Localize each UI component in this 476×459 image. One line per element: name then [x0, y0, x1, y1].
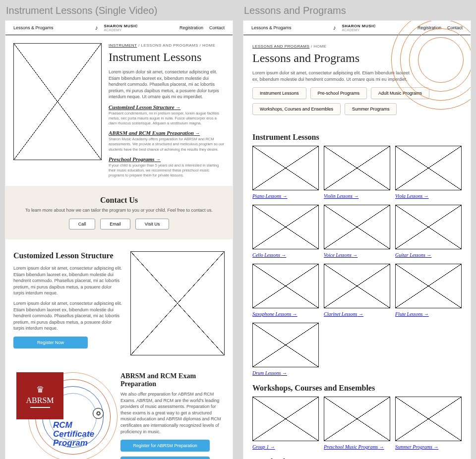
- rcm-text: RCMCertificateProgram: [53, 421, 94, 448]
- brand-logo[interactable]: SHARON MUSICACADEMY: [333, 24, 376, 32]
- breadcrumb: INSTRUMENT / LESSONS AND PROGRAMS / HOME: [109, 43, 225, 48]
- card-violin-lessons: Violin Lessons: [324, 146, 390, 200]
- card-clarinet-lessons: Clarinet Lessons: [324, 264, 390, 318]
- card-link-group-1[interactable]: Group 1: [252, 444, 275, 450]
- card-link-piano-lessons[interactable]: Piano Lessons: [252, 193, 288, 199]
- nav-lessons-link[interactable]: Lessons & Progams: [13, 25, 54, 30]
- custom-image-placeholder: [130, 251, 225, 355]
- abrsm-title: ABRSM and RCM Exam Preparation: [120, 372, 225, 388]
- crumb-lessons-programs[interactable]: LESSONS AND PROGRAMS: [252, 44, 309, 49]
- card-voice-lessons: Voice Lessons: [324, 205, 390, 259]
- page-instrument-lessons: Lessons & Progams SHARON MUSICACADEMY Re…: [5, 20, 233, 459]
- top-nav: Lessons & Progams SHARON MUSICACADEMY Re…: [243, 21, 471, 35]
- hero-image-placeholder: [13, 43, 102, 160]
- abrsm-body: We also offer preparation for ABRSM and …: [120, 391, 225, 435]
- card-summer-programs: Summer Programs: [395, 397, 462, 451]
- card-image-placeholder: [324, 397, 390, 441]
- card-link-cello-lessons[interactable]: Cello Lessons: [252, 252, 286, 258]
- contact-title: Contact Us: [13, 196, 225, 205]
- page-title: Lessons and Programs: [252, 52, 462, 65]
- card-image-placeholder: [324, 264, 390, 308]
- card-link-guitar-lessons[interactable]: Guitar Lessons: [395, 252, 431, 258]
- card-viola-lessons: Viola Lessons: [395, 146, 462, 200]
- sub2-body: Sharon Music Academy offers preparation …: [109, 137, 225, 152]
- register-abrsm-button[interactable]: Register for ABRSM Preparation: [120, 440, 210, 452]
- link-abrsm-prep[interactable]: ABRSM and RCM Exam Preparation: [109, 130, 225, 136]
- breadcrumb: LESSONS AND PROGRAMS / HOME: [252, 44, 462, 49]
- nav-contact-link[interactable]: Contact: [209, 25, 225, 30]
- crumb-instrument[interactable]: INSTRUMENT: [109, 43, 137, 48]
- card-link-violin-lessons[interactable]: Violin Lessons: [324, 193, 358, 199]
- music-note-icon: [95, 24, 102, 31]
- visit-button[interactable]: Visit Us: [135, 219, 169, 230]
- contact-band: Contact Us To learn more about how we ca…: [5, 186, 233, 239]
- card-link-clarinet-lessons[interactable]: Clarinet Lessons: [324, 311, 363, 317]
- card-link-voice-lessons[interactable]: Voice Lessons: [324, 252, 357, 258]
- card-image-placeholder: [324, 146, 390, 190]
- custom-p2: Lorem ipsum dolor sit amet, consectetur …: [13, 300, 122, 332]
- card-image-placeholder: [252, 397, 319, 441]
- card-link-viola-lessons[interactable]: Viola Lessons: [395, 193, 429, 199]
- pill-preschool[interactable]: Pre-school Programs: [310, 87, 367, 99]
- music-note-icon: [333, 24, 340, 31]
- link-custom-lessons[interactable]: Customized Lesson Structure: [109, 104, 225, 110]
- column-title-right: Lessons and Programs: [244, 5, 471, 16]
- custom-p1: Lorem ipsum dolor sit amet, consectetur …: [13, 265, 122, 296]
- card-image-placeholder: [395, 264, 462, 308]
- card-link-flute-lessons[interactable]: Flute Lessons: [395, 311, 429, 317]
- card-saxophone-lessons: Saxophone Lessons: [252, 264, 319, 318]
- register-now-button[interactable]: Register Now: [13, 337, 88, 348]
- card-link-saxophone-lessons[interactable]: Saxophone Lessons: [252, 311, 298, 317]
- custom-structure-title: Customized Lesson Structure: [13, 251, 122, 260]
- intro-paragraph: Lorem ipsum dolor sit amet, consectetur …: [252, 70, 416, 82]
- sub1-body: Praesent condimentum, mi in pretium semp…: [109, 111, 225, 126]
- abrsm-badge: ♛ABRSM: [16, 372, 63, 419]
- crown-icon: ♛: [36, 384, 44, 395]
- card-image-placeholder: [395, 397, 462, 441]
- nav-registration-link[interactable]: Registration: [179, 25, 203, 30]
- email-button[interactable]: Email: [100, 219, 130, 230]
- contact-body: To learn more about how we can tailor th…: [13, 208, 225, 213]
- page-title: Instrument Lessons: [109, 51, 225, 64]
- card-image-placeholder: [252, 323, 319, 367]
- card-piano-lessons: Piano Lessons: [252, 146, 319, 200]
- call-button[interactable]: Call: [69, 219, 96, 230]
- column-title-left: Instrument Lessons (Single Video): [6, 5, 233, 16]
- card-image-placeholder: [395, 146, 462, 190]
- rcm-seal-icon: ✪: [93, 408, 104, 419]
- section-workshops: Workshops, Courses and Ensembles: [252, 384, 462, 393]
- nav-contact-link[interactable]: Contact: [447, 25, 463, 30]
- card-guitar-lessons: Guitar Lessons: [395, 205, 462, 259]
- intro-paragraph: Lorem ipsum dolor sit amet, consectetur …: [109, 69, 225, 100]
- section-instrument-lessons: Instrument Lessons: [252, 133, 462, 142]
- top-nav: Lessons & Progams SHARON MUSICACADEMY Re…: [5, 21, 233, 35]
- card-image-placeholder: [252, 146, 319, 190]
- card-link-drum-lessons[interactable]: Drum Lessons: [252, 370, 287, 376]
- card-preschool-music-programs: Preschool Music Programs: [324, 397, 390, 451]
- brand-logo[interactable]: SHARON MUSICACADEMY: [95, 24, 138, 32]
- pill-adult[interactable]: Adult Music Programs: [371, 87, 429, 99]
- sub3-body: If your child is younger than 5 years ol…: [109, 163, 225, 178]
- card-group-1: Group 1: [252, 397, 319, 451]
- nav-registration-link[interactable]: Registration: [417, 25, 441, 30]
- card-image-placeholder: [252, 205, 319, 249]
- card-image-placeholder: [324, 205, 390, 249]
- nav-lessons-link[interactable]: Lessons & Progams: [251, 25, 292, 30]
- pill-workshops[interactable]: Workshops, Courses and Ensembles: [252, 103, 341, 115]
- abrsm-art: ♛ABRSM ✪ RCMCertificateProgram: [13, 372, 113, 457]
- filter-pills: Instrument Lessons Pre-school Programs A…: [252, 87, 462, 115]
- link-preschool[interactable]: Preschool Programs: [109, 156, 225, 162]
- pill-instrument-lessons[interactable]: Instrument Lessons: [252, 87, 306, 99]
- register-rcm-button[interactable]: Register for RCM Preparation: [120, 457, 210, 459]
- card-drum-lessons: Drum Lessons: [252, 323, 319, 377]
- card-link-summer-programs[interactable]: Summer Programs: [395, 444, 438, 450]
- pill-summer[interactable]: Summer Programs: [345, 103, 397, 115]
- page-lessons-programs: Lessons & Progams SHARON MUSICACADEMY Re…: [243, 20, 471, 459]
- card-cello-lessons: Cello Lessons: [252, 205, 319, 259]
- card-link-preschool-music-programs[interactable]: Preschool Music Programs: [324, 444, 384, 450]
- card-flute-lessons: Flute Lessons: [395, 264, 462, 318]
- card-image-placeholder: [252, 264, 319, 308]
- card-image-placeholder: [395, 205, 462, 249]
